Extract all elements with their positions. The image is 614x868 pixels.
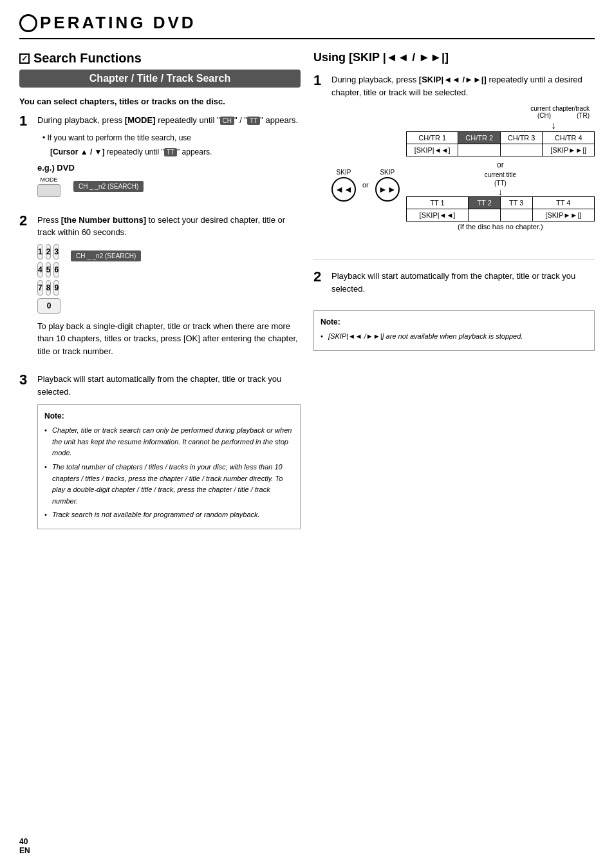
ch-tr-table: CH/TR 1 CH/TR 2 CH/TR 3 CH/TR 4 [SKIP|◄◄… [406, 131, 595, 156]
section-title: ✓ Search Functions [19, 51, 301, 66]
left-note-item-3: Track search is not available for progra… [44, 509, 293, 521]
right-note-box: Note: [SKIP|◄◄ /►►|] are not available w… [313, 310, 595, 351]
skip-fwd-label: SKIP [380, 169, 395, 176]
right-note-item-1: [SKIP|◄◄ /►►|] are not available when pl… [321, 331, 588, 343]
display-screen-1: CH _ _n2 (SEARCH) [73, 181, 144, 192]
step-3-text: Playback will start automatically from t… [37, 373, 301, 398]
ch-tr-empty1 [458, 144, 500, 156]
left-step-1: 1 During playback, press [MODE] repeated… [19, 114, 301, 203]
right-step-2-content: Playback will start automatically from t… [331, 270, 595, 300]
ch-tr-table-area: CH/TR 1 CH/TR 2 CH/TR 3 CH/TR 4 [SKIP|◄◄… [406, 131, 595, 238]
skip-back-button[interactable]: ◄◄ [331, 177, 356, 202]
tt-header-row: TT 1 TT 2 TT 3 TT 4 [406, 197, 594, 209]
tt-1: TT 1 [406, 197, 468, 209]
mode-button[interactable]: MODE [37, 176, 60, 197]
arrow-down-tt: ↓ [406, 187, 595, 196]
intro-text: You can select chapters, titles or track… [19, 97, 301, 106]
tr-label: (TR) [577, 112, 590, 119]
left-note-title: Note: [44, 410, 293, 422]
skip-back-area: SKIP ◄◄ [331, 169, 356, 202]
right-section-title-text: Using [SKIP |◄◄ / ►►|] [313, 51, 449, 64]
step-2-number: 2 [19, 214, 32, 228]
num-7[interactable]: 7 [37, 280, 43, 296]
tt-label-row: [SKIP|◄◄] [SKIP►►|] [406, 209, 594, 222]
right-column: Using [SKIP |◄◄ / ►►|] 1 During playback… [313, 51, 595, 540]
skip-back-tt: [SKIP|◄◄] [406, 209, 468, 222]
right-note-title: Note: [321, 316, 588, 328]
no-chapter-text: (If the disc has no chapter.) [406, 223, 595, 231]
num-3[interactable]: 3 [53, 244, 59, 259]
between-step-text: To play back a single-digit chapter, tit… [37, 320, 301, 358]
right-step-2-text: Playback will start automatically from t… [331, 270, 595, 295]
tt-table: TT 1 TT 2 TT 3 TT 4 [SKIP|◄◄] [406, 196, 595, 222]
ch-tr-header-row: CH/TR 1 CH/TR 2 CH/TR 3 CH/TR 4 [406, 132, 594, 144]
num-9[interactable]: 9 [53, 280, 59, 296]
tt-empty2 [500, 209, 532, 222]
tt-label: (TT) [406, 180, 595, 187]
page-footer: 40 EN [19, 837, 30, 855]
header-circle-icon [19, 14, 37, 32]
left-step-3: 3 Playback will start automatically from… [19, 373, 301, 529]
step-2-content: Press [the Number buttons] to select you… [37, 214, 301, 363]
ch-tr-empty2 [500, 144, 542, 156]
ch-tr-3: CH/TR 3 [500, 132, 542, 144]
left-note-item-2: The total number of chapters / titles / … [44, 462, 293, 507]
left-note-box: Note: Chapter, title or track search can… [37, 404, 301, 529]
right-step-1: 1 During playback, press [SKIP|◄◄ /►►|] … [313, 73, 595, 249]
step-1-number: 1 [19, 114, 32, 128]
remote-area: MODE CH _ _n2 (SEARCH) [37, 176, 301, 197]
right-step-1-text: During playback, press [SKIP|◄◄ /►►|] re… [331, 73, 595, 99]
ch-tr-label-row: [SKIP|◄◄] [SKIP►►|] [406, 144, 594, 156]
checkbox-icon: ✓ [19, 53, 30, 64]
tt-3: TT 3 [500, 197, 532, 209]
step-1-sub1: • If you want to perform the title searc… [42, 132, 301, 144]
eg-label: e.g.) DVD [37, 163, 301, 173]
skip-fwd-tt: [SKIP►►|] [532, 209, 594, 222]
arrow-down-ch: ↓ [331, 120, 595, 131]
num-6[interactable]: 6 [53, 262, 59, 278]
ch-tr-labels: (CH) (TR) [331, 112, 595, 119]
page-lang: EN [19, 846, 30, 855]
content-columns: ✓ Search Functions Chapter / Title / Tra… [19, 51, 595, 540]
step-3-number: 3 [19, 373, 32, 387]
num-8[interactable]: 8 [46, 280, 51, 296]
num-1[interactable]: 1 [37, 244, 43, 259]
numpad-grid: 1 2 3 4 5 6 7 8 [37, 244, 60, 314]
ch-tr-2: CH/TR 2 [458, 132, 500, 144]
chapter-banner: Chapter / Title / Track Search [19, 70, 301, 88]
skip-fwd-area: SKIP ►► [375, 169, 400, 202]
tt-empty1 [469, 209, 501, 222]
right-note-list: [SKIP|◄◄ /►►|] are not available when pl… [321, 331, 588, 343]
ch-tr-1: CH/TR 1 [406, 132, 458, 144]
num-0[interactable]: 0 [37, 298, 60, 314]
ch-label: (CH) [537, 112, 551, 119]
step-3-content: Playback will start automatically from t… [37, 373, 301, 529]
step-1-content: During playback, press [MODE] repeatedly… [37, 114, 301, 203]
page-header: PERATING DVD [19, 13, 595, 39]
right-section-title: Using [SKIP |◄◄ / ►►|] [313, 51, 595, 64]
tt-4: TT 4 [532, 197, 594, 209]
display-screen-2: CH _ _n2 (SEARCH) [71, 250, 141, 261]
skip-fwd-button[interactable]: ►► [375, 177, 400, 202]
skip-row: SKIP ◄◄ or SKIP ►► [331, 131, 595, 238]
skip-back-ch: [SKIP|◄◄] [406, 144, 458, 156]
step-1-sub2: [Cursor ▲ / ▼] repeatedly until "TT" app… [50, 146, 301, 158]
right-step-1-content: During playback, press [SKIP|◄◄ /►►|] re… [331, 73, 595, 249]
or-text-skip: or [362, 181, 369, 189]
right-divider [313, 259, 595, 259]
left-note-list: Chapter, title or track search can only … [44, 425, 293, 521]
numpad-area: 1 2 3 4 5 6 7 8 [37, 244, 301, 314]
skip-back-label: SKIP [337, 169, 351, 176]
left-step-2: 2 Press [the Number buttons] to select y… [19, 214, 301, 363]
or-center: or [406, 160, 595, 169]
current-ch-label: current chapter/track [331, 105, 595, 112]
page-container: PERATING DVD ✓ Search Functions Chapter … [0, 0, 614, 868]
num-2[interactable]: 2 [46, 244, 51, 259]
tt-2: TT 2 [469, 197, 501, 209]
num-5[interactable]: 5 [46, 262, 51, 278]
page-title: PERATING DVD [40, 13, 196, 33]
right-step-1-number: 1 [313, 73, 326, 88]
section-title-text: Search Functions [33, 51, 142, 66]
num-4[interactable]: 4 [37, 262, 43, 278]
current-title-label: current title [406, 171, 595, 178]
